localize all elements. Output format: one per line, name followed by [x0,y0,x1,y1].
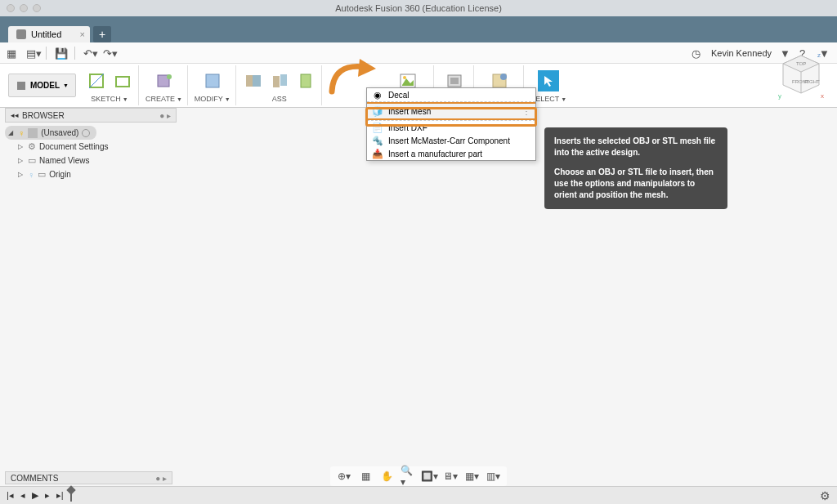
tree-item-docsettings[interactable]: ▷ ⚙ Document Settings [5,140,177,154]
cube-top-label: TOP [796,61,806,66]
timeline-prev-icon[interactable]: ◂ [20,490,25,501]
expand-icon[interactable]: ▷ [18,157,25,164]
folder-icon: ▭ [28,155,36,166]
fit-icon[interactable]: 🔲▾ [422,470,436,483]
svg-marker-19 [544,76,553,87]
collapse-icon[interactable]: ◂◂ [11,111,19,119]
dxf-icon: 📄 [372,122,383,133]
lightbulb-off-icon[interactable]: ♀ [28,170,34,180]
svg-rect-8 [253,75,261,87]
svg-rect-0 [17,82,25,90]
grid-icon[interactable]: ▦ [7,47,18,59]
axis-x: x [821,92,824,100]
timeline-next-icon[interactable]: ▸ [45,490,50,501]
more-icon[interactable]: ⋮ [522,107,530,116]
file-menu-icon[interactable]: ▤▾ [26,47,38,59]
expand-icon[interactable]: ◢ [8,129,15,136]
mesh-icon: 🧊 [372,105,383,117]
svg-rect-11 [301,74,311,87]
dd-item-manufacturer[interactable]: 📥 Insert a manufacturer part [367,147,535,160]
decal-icon: ◉ [372,89,383,100]
workspace-switcher[interactable]: MODEL ▼ [8,74,76,97]
folder-icon: ▭ [38,169,46,180]
dd-item-decal[interactable]: ◉ Decal [367,88,535,101]
select-cursor-icon[interactable] [538,70,559,91]
assemble-motion-icon[interactable] [295,70,316,91]
grid-icon[interactable]: ▦▾ [464,470,479,483]
dd-item-mcmaster[interactable]: 🔩 Insert McMaster-Carr Component [367,134,535,147]
assemble-label[interactable]: ASS [272,95,287,103]
tree-label: Document Settings [39,142,109,151]
redo-icon[interactable]: ↷▾ [103,47,114,59]
browser-header[interactable]: ◂◂ BROWSER ● ▸ [5,108,177,123]
timeline-marker[interactable] [70,490,72,502]
save-icon[interactable]: 💾 [55,47,66,59]
create-label[interactable]: CREATE▼ [145,95,182,103]
create-extrude-icon[interactable] [153,70,174,91]
undo-icon[interactable]: ↶▾ [83,47,95,59]
close-window-icon[interactable] [7,4,15,12]
modify-label[interactable]: MODIFY▼ [195,95,231,103]
zoom-icon[interactable]: 🔍▾ [401,470,415,483]
modify-fillet-icon[interactable] [202,70,223,91]
dd-label: Insert a manufacturer part [388,149,482,158]
timeline-end-icon[interactable]: ▸| [56,490,64,501]
pan-icon[interactable]: ✋ [379,470,394,483]
tree-item-origin[interactable]: ▷ ♀ ▭ Origin [5,167,177,181]
lightbulb-icon[interactable]: ♀ [18,128,25,138]
svg-rect-20 [28,128,38,138]
separator [46,47,47,60]
sketch-line-icon[interactable] [86,70,107,91]
radio-icon[interactable] [82,129,90,137]
viewport-icon[interactable]: ▥▾ [486,470,500,483]
assemble-joint-icon[interactable] [243,70,264,91]
browser-panel: ◂◂ BROWSER ● ▸ ◢ ♀ (Unsaved) ▷ ⚙ Documen… [5,108,177,185]
display-icon[interactable]: 🖥▾ [443,470,458,483]
assemble-contact-icon[interactable] [269,70,290,91]
comments-panel[interactable]: COMMENTS ● ▸ [5,471,172,484]
sketch-label[interactable]: SKETCH▼ [91,95,128,103]
minimize-window-icon[interactable] [20,4,28,12]
component-icon [28,128,38,138]
manufacturer-icon: 📥 [372,148,383,159]
settings-gear-icon[interactable]: ⚙ [820,489,830,502]
dd-item-insertmesh[interactable]: 🧊 Insert Mesh ⋮ [367,102,535,120]
new-tab-button[interactable]: + [93,26,111,42]
comments-title: COMMENTS [11,474,58,483]
mcmaster-icon: 🔩 [372,135,383,146]
modify-group: MODIFY▼ [190,65,236,105]
clock-icon[interactable]: ◷ [692,47,703,59]
svg-point-5 [167,74,172,79]
tree-label: Origin [49,170,71,179]
svg-rect-16 [450,78,459,84]
timeline-play-icon[interactable]: ▶ [32,490,38,501]
view-cube[interactable]: FRONT RIGHT TOP z y x [777,51,826,108]
qat-left: ▦ ▤▾ 💾 ↶▾ ↷▾ [7,47,114,60]
svg-point-18 [500,74,507,80]
cube-icon [16,80,27,91]
dd-label: Decal [388,91,410,100]
timeline-start-icon[interactable]: |◂ [7,490,14,501]
orbit-icon[interactable]: ⊕▾ [337,470,351,483]
document-tabbar: Untitled × + [0,25,837,42]
svg-rect-6 [206,74,219,87]
lookat-icon[interactable]: ▦ [358,470,373,483]
axis-z: z [817,51,821,59]
document-tab[interactable]: Untitled × [8,26,90,42]
tree-item-namedviews[interactable]: ▷ ▭ Named Views [5,154,177,167]
dd-item-insertdxf[interactable]: 📄 Insert DXF [367,121,535,134]
sketch-rect-icon[interactable] [112,70,133,91]
svg-line-2 [89,74,104,88]
expand-icon[interactable]: ▷ [18,171,25,178]
tooltip: Inserts the selected OBJ or STL mesh fil… [544,127,727,209]
cube-right-label: RIGHT [804,79,820,84]
user-name[interactable]: Kevin Kennedy [711,48,772,58]
expand-icon[interactable]: ▷ [18,143,25,150]
pin-icon[interactable]: ● ▸ [159,111,171,120]
app-title: Autodesk Fusion 360 (Education License) [335,3,502,13]
close-tab-icon[interactable]: × [80,29,85,39]
tree-root[interactable]: ◢ ♀ (Unsaved) [5,126,96,140]
tooltip-line2: Choose an OBJ or STL file to insert, the… [554,167,714,199]
pin-icon[interactable]: ● ▸ [155,474,167,483]
zoom-window-icon[interactable] [33,4,41,12]
